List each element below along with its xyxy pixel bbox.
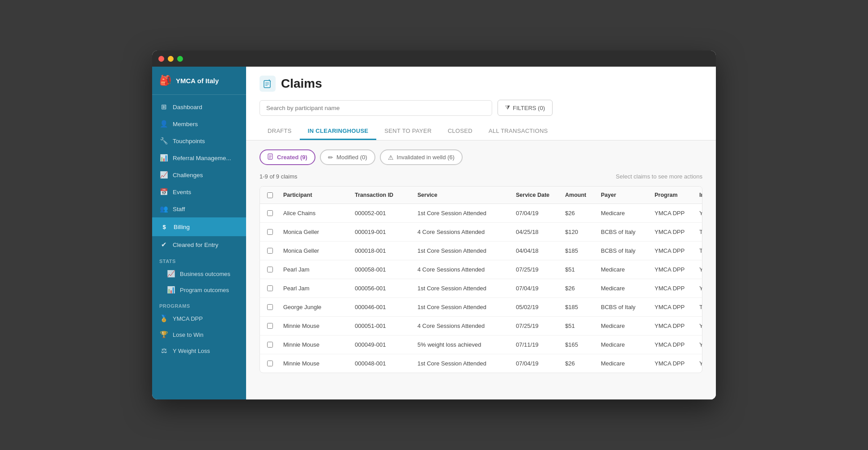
claims-info-row: 1-9 of 9 claims Select claims to see mor…	[260, 173, 702, 180]
sidebar-item-business-outcomes[interactable]: 📈 Business outcomes	[152, 266, 246, 282]
close-button[interactable]	[158, 56, 164, 62]
cell-service: 4 Core Sessions Attended	[417, 323, 516, 329]
filter-label: FILTERS (0)	[513, 105, 545, 111]
cleared-icon: ✔	[159, 241, 168, 249]
filter-button[interactable]: ⧩ FILTERS (0)	[498, 100, 553, 116]
table-row: Alice Chains 000052-001 1st Core Session…	[260, 204, 702, 223]
sub-tab-label: Created (9)	[277, 154, 307, 161]
cell-transaction-id: 000046-001	[355, 304, 417, 310]
row-checkbox-4[interactable]	[267, 285, 273, 291]
cell-transaction-id: 000019-001	[355, 229, 417, 235]
cell-transaction-id: 000018-001	[355, 247, 417, 254]
sub-tab-created[interactable]: Created (9)	[260, 149, 315, 165]
programs-section-label: Programs	[152, 298, 246, 310]
cell-participant: Minnie Mouse	[283, 341, 355, 348]
sub-tab-modified[interactable]: ✏ Modified (0)	[320, 149, 375, 165]
sidebar-item-y-weight-loss[interactable]: ⚖ Y Weight Loss	[152, 343, 246, 359]
cell-service: 1st Core Session Attended	[417, 210, 516, 217]
table-row: Pearl Jam 000056-001 1st Core Session At…	[260, 279, 702, 298]
billing-icon: $	[159, 222, 169, 232]
sidebar-item-label: Lose to Win	[173, 331, 204, 338]
sidebar-item-label: Staff	[173, 206, 185, 212]
cell-service: 1st Core Session Attended	[417, 304, 516, 310]
referral-icon: 📊	[159, 154, 168, 162]
maximize-button[interactable]	[177, 56, 183, 62]
invalidated-icon: ⚠	[388, 154, 394, 161]
cell-service: 4 Core Sessions Attended	[417, 229, 516, 235]
row-checkbox-8[interactable]	[267, 361, 273, 366]
row-checkbox-7[interactable]	[267, 342, 273, 348]
header-participant: Participant	[283, 192, 355, 198]
row-checkbox-5[interactable]	[267, 304, 273, 310]
cell-payer: BCBS of Italy	[601, 304, 655, 310]
tab-drafts[interactable]: DRAFTS	[260, 123, 300, 140]
sidebar-item-staff[interactable]: 👥 Staff	[152, 200, 246, 217]
tab-in-clearinghouse[interactable]: IN CLEARINGHOUSE	[300, 123, 377, 140]
header-amount: Amount	[565, 192, 601, 198]
sidebar-item-touchpoints[interactable]: 🔧 Touchpoints	[152, 132, 246, 149]
minimize-button[interactable]	[168, 56, 174, 62]
cell-transaction-id: 000048-001	[355, 360, 417, 367]
sidebar-item-label: YMCA DPP	[173, 315, 203, 322]
main-header: Claims ⧩ FILTERS (0) DRAFTS IN CLEARINGH…	[246, 67, 716, 140]
row-checkbox-col	[267, 229, 283, 235]
search-input[interactable]	[260, 100, 492, 116]
tab-closed[interactable]: CLOSED	[440, 123, 481, 140]
cell-service-date: 07/04/19	[516, 285, 565, 292]
row-checkbox-6[interactable]	[267, 323, 273, 329]
cell-service-date: 04/25/18	[516, 229, 565, 235]
sub-tab-invalidated[interactable]: ⚠ Invalidated in welld (6)	[380, 149, 463, 165]
row-checkbox-col	[267, 267, 283, 272]
cell-payer: Medicare	[601, 266, 655, 273]
sidebar-item-lose-to-win[interactable]: 🏆 Lose to Win	[152, 327, 246, 343]
cell-program: YMCA DPP	[655, 229, 699, 235]
cell-participant: Pearl Jam	[283, 266, 355, 273]
tab-sent-to-payer[interactable]: SENT TO PAYER	[376, 123, 439, 140]
row-checkbox-col	[267, 361, 283, 366]
sidebar-item-ymca-dpp[interactable]: 🏅 YMCA DPP	[152, 310, 246, 327]
sidebar-item-label: Billing	[174, 224, 190, 230]
row-checkbox-2[interactable]	[267, 248, 273, 254]
cell-amount: $165	[565, 341, 601, 348]
sidebar-item-cleared[interactable]: ✔ Cleared for Entry	[152, 236, 246, 253]
touchpoints-icon: 🔧	[159, 137, 168, 145]
search-filter-row: ⧩ FILTERS (0)	[260, 100, 702, 116]
cell-participant: Minnie Mouse	[283, 360, 355, 367]
row-checkbox-1[interactable]	[267, 229, 273, 235]
sidebar-item-program-outcomes[interactable]: 📊 Program outcomes	[152, 282, 246, 298]
lose-to-win-icon: 🏆	[159, 331, 168, 339]
cell-participant: Monica Geller	[283, 229, 355, 235]
sidebar-item-label: Challenges	[173, 172, 203, 178]
cell-amount: $185	[565, 247, 601, 254]
business-outcomes-icon: 📈	[166, 270, 175, 278]
sidebar-item-events[interactable]: 📅 Events	[152, 183, 246, 200]
sidebar: 🎒 YMCA of Italy ⊞ Dashboard 👤 Members 🔧 …	[152, 67, 246, 399]
logo-icon: 🎒	[159, 75, 171, 86]
sidebar-item-challenges[interactable]: 📈 Challenges	[152, 166, 246, 183]
row-checkbox-0[interactable]	[267, 210, 273, 216]
row-checkbox-3[interactable]	[267, 267, 273, 272]
cell-ind-provider: YTraining Admin	[699, 323, 702, 329]
cell-payer: Medicare	[601, 341, 655, 348]
cell-amount: $120	[565, 229, 601, 235]
page-icon	[260, 76, 276, 92]
cell-participant: Pearl Jam	[283, 285, 355, 292]
sidebar-item-billing[interactable]: $ Billing	[152, 217, 246, 236]
claims-action-hint: Select claims to see more actions	[616, 173, 702, 180]
select-all-checkbox[interactable]	[267, 192, 273, 198]
page-title-row: Claims	[260, 76, 702, 92]
sidebar-item-referral[interactable]: 📊 Referral Manageme...	[152, 149, 246, 166]
members-icon: 👤	[159, 120, 168, 128]
sidebar-item-members[interactable]: 👤 Members	[152, 115, 246, 132]
row-checkbox-col	[267, 304, 283, 310]
program-outcomes-icon: 📊	[166, 286, 175, 294]
dashboard-icon: ⊞	[159, 103, 168, 111]
sidebar-logo[interactable]: 🎒 YMCA of Italy	[152, 67, 246, 95]
header-payer: Payer	[601, 192, 655, 198]
cell-ind-provider: Training Coaches	[699, 304, 702, 310]
row-checkbox-col	[267, 248, 283, 254]
table-row: Pearl Jam 000058-001 4 Core Sessions Att…	[260, 260, 702, 279]
tab-all-transactions[interactable]: ALL TRANSACTIONS	[481, 123, 556, 140]
cell-transaction-id: 000058-001	[355, 266, 417, 273]
sidebar-item-dashboard[interactable]: ⊞ Dashboard	[152, 98, 246, 115]
